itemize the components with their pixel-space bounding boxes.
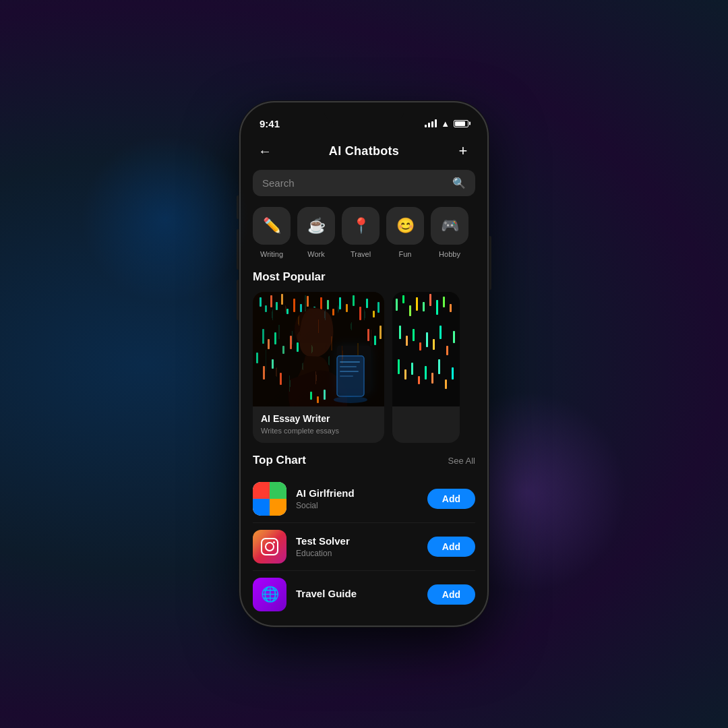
svg-rect-63 [446,346,448,355]
travelguide-icon: 🌐 [253,578,286,611]
svg-rect-49 [409,305,411,316]
svg-rect-51 [423,302,425,311]
fun-icon: 😊 [386,207,424,245]
svg-rect-59 [419,342,421,351]
svg-rect-47 [396,299,398,311]
status-time: 9:41 [260,118,280,129]
svg-rect-53 [436,300,438,315]
svg-rect-40 [310,392,312,400]
icon-quadrant-1 [253,482,270,499]
svg-rect-21 [272,359,274,369]
svg-rect-62 [439,326,442,339]
categories-list: ✏️ Writing ☕ Work 📍 Travel 😊 Fun 🎮 [241,207,487,270]
testsolver-info: Test Solver Education [296,535,418,558]
svg-rect-7 [293,299,295,312]
svg-rect-50 [416,297,418,311]
svg-rect-45 [380,326,382,339]
svg-rect-43 [367,329,369,341]
svg-rect-68 [418,376,420,384]
svg-rect-35 [353,295,355,306]
icon-quadrant-3 [253,499,270,516]
power-button[interactable] [489,236,491,290]
testsolver-add-button[interactable]: Add [427,537,475,557]
popular-card-2[interactable] [392,292,460,443]
svg-rect-67 [411,363,413,375]
testsolver-category: Education [296,549,418,558]
testsolver-name: Test Solver [296,535,418,547]
svg-rect-8 [300,304,302,312]
category-travel[interactable]: 📍 Travel [342,207,380,258]
svg-rect-36 [359,307,361,320]
mute-button[interactable] [237,195,239,219]
svg-rect-61 [433,339,435,350]
phone-screen: 9:41 ▲ ← AI Chatbots [241,102,487,626]
svg-rect-20 [263,366,265,380]
travelguide-add-button[interactable]: Add [427,584,475,605]
svg-rect-55 [450,304,452,312]
svg-rect-28 [340,371,359,372]
back-button[interactable]: ← [254,140,276,162]
category-writing[interactable]: ✏️ Writing [253,207,291,258]
battery-icon [454,120,468,127]
svg-rect-65 [398,359,400,374]
category-hobby-label: Hobby [439,250,460,258]
category-hobby[interactable]: 🎮 Hobby [431,207,468,258]
travel-icon: 📍 [342,207,380,245]
svg-rect-57 [406,336,408,346]
icon-quadrant-2 [270,482,286,499]
chart-item-testsolver[interactable]: Test Solver Education Add [253,523,475,571]
search-container: Search 🔍 [241,170,487,207]
svg-rect-17 [297,342,299,352]
girlfriend-add-button[interactable]: Add [427,489,475,509]
svg-rect-54 [443,297,445,307]
top-chart-header: Top Chart See All [241,454,487,475]
category-fun[interactable]: 😊 Fun [386,207,424,258]
svg-rect-38 [373,311,375,317]
phone-frame: 9:41 ▲ ← AI Chatbots [239,101,489,627]
see-all-button[interactable]: See All [448,456,475,466]
category-fun-label: Fun [399,250,412,258]
svg-rect-64 [453,331,455,343]
svg-rect-3 [270,295,272,307]
svg-rect-14 [274,332,276,344]
svg-rect-70 [431,373,433,384]
girlfriend-name: AI Girlfriend [296,487,418,499]
svg-rect-34 [346,304,348,312]
card-1-title: AI Essay Writer [261,413,376,424]
card-1-desc: Writes complete essays [261,427,376,435]
hobby-icon: 🎮 [431,207,468,245]
icon-quadrant-4 [270,499,286,516]
status-icons: ▲ [425,119,468,129]
chart-list: AI Girlfriend Social Add Test Solver Edu… [241,475,487,618]
svg-rect-11 [320,297,322,309]
phone-device: 9:41 ▲ ← AI Chatbots [239,101,489,627]
svg-rect-26 [340,361,360,363]
svg-rect-19 [256,353,258,363]
search-bar[interactable]: Search 🔍 [253,170,475,196]
svg-rect-15 [282,346,284,354]
svg-rect-1 [260,297,262,307]
writing-icon: ✏️ [253,207,291,245]
wifi-icon: ▲ [441,119,450,129]
add-button[interactable]: + [452,140,474,162]
svg-rect-5 [281,294,283,305]
girlfriend-category: Social [296,501,418,510]
chart-item-travelguide[interactable]: 🌐 Travel Guide Add [253,571,475,618]
svg-rect-16 [290,336,292,349]
svg-rect-39 [377,302,380,313]
svg-rect-9 [307,296,309,307]
testsolver-icon-inner [261,538,278,555]
svg-rect-2 [265,305,267,312]
category-work[interactable]: ☕ Work [297,207,335,258]
svg-rect-32 [332,309,334,315]
chart-item-girlfriend[interactable]: AI Girlfriend Social Add [253,475,475,523]
svg-point-30 [334,396,367,403]
card-2-image [392,292,460,406]
svg-rect-6 [286,309,289,314]
testsolver-icon [253,530,286,564]
svg-rect-48 [402,295,404,303]
svg-rect-41 [317,396,319,403]
svg-rect-44 [374,336,376,345]
popular-card-1[interactable]: AI Essay Writer Writes complete essays [253,292,384,443]
travelguide-name: Travel Guide [296,588,418,599]
